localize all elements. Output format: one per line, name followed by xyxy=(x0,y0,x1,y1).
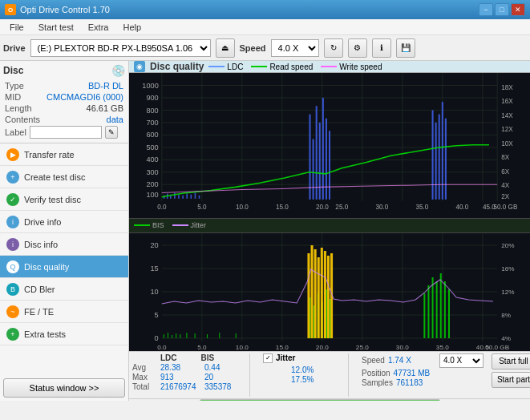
drive-select[interactable]: (E:) PLEXTOR BD-R PX-LB950SA 1.06 xyxy=(30,39,211,57)
menu-help[interactable]: Help xyxy=(116,21,148,34)
svg-text:15.0: 15.0 xyxy=(276,344,289,351)
disc-mid-label: MID xyxy=(5,92,21,102)
status-text: Test completed xyxy=(132,400,196,401)
svg-rect-124 xyxy=(432,277,434,338)
sidebar-item-transfer-rate[interactable]: ▶ Transfer rate xyxy=(0,143,128,166)
menu-file[interactable]: File xyxy=(3,21,30,34)
disc-type-value: BD-R DL xyxy=(88,81,123,91)
sidebar-item-verify-test-disc[interactable]: ✓ Verify test disc xyxy=(0,188,128,211)
svg-text:8%: 8% xyxy=(501,312,511,319)
samples-value: 761183 xyxy=(396,378,444,387)
svg-rect-106 xyxy=(164,334,164,338)
svg-text:10.0: 10.0 xyxy=(236,344,249,351)
svg-text:8X: 8X xyxy=(501,154,509,161)
drive-label: Drive xyxy=(3,43,26,53)
sidebar-item-disc-info[interactable]: i Disc info xyxy=(0,233,128,256)
samples-label: Samples xyxy=(362,378,393,387)
speed-select[interactable]: 4.0 X xyxy=(271,39,319,57)
svg-text:800: 800 xyxy=(146,106,158,114)
svg-text:25.0: 25.0 xyxy=(335,204,348,211)
sidebar-item-fe-te[interactable]: ~ FE / TE xyxy=(0,301,128,323)
eject-button[interactable]: ⏏ xyxy=(216,38,235,58)
legend-read-speed-label: Read speed xyxy=(269,63,313,71)
svg-text:600: 600 xyxy=(146,131,158,139)
menu-extra[interactable]: Extra xyxy=(82,21,115,34)
status-bar: Test completed 100.0% 66:21 xyxy=(129,398,530,401)
svg-rect-53 xyxy=(174,193,176,199)
legend-ldc-label: LDC xyxy=(227,63,243,71)
start-part-button[interactable]: Start part xyxy=(492,372,530,388)
disc-length-row: Length 46.61 GB xyxy=(3,103,125,114)
status-window-button[interactable]: Status window >> xyxy=(3,378,125,398)
svg-text:10X: 10X xyxy=(501,140,513,147)
disc-icon: 💿 xyxy=(111,64,125,77)
jitter-max: 17.5% xyxy=(291,375,335,384)
sidebar-item-drive-info[interactable]: i Drive info xyxy=(0,211,128,233)
save-button[interactable]: 💾 xyxy=(396,38,415,58)
svg-text:0.0: 0.0 xyxy=(157,344,167,351)
svg-rect-127 xyxy=(444,281,446,338)
svg-rect-132 xyxy=(318,257,320,338)
disc-info-label: Disc info xyxy=(24,240,58,249)
jitter-checkbox[interactable]: ✓ xyxy=(263,353,273,363)
disc-contents-value: data xyxy=(107,115,123,124)
jitter-header: Jitter xyxy=(276,353,295,362)
svg-text:12%: 12% xyxy=(501,289,514,296)
svg-rect-109 xyxy=(176,333,176,338)
quality-speed-select[interactable]: 4.0 X xyxy=(439,353,483,368)
svg-rect-108 xyxy=(172,335,172,338)
svg-rect-55 xyxy=(182,196,184,199)
svg-text:0: 0 xyxy=(155,334,159,342)
svg-rect-58 xyxy=(195,193,196,199)
svg-text:16X: 16X xyxy=(501,98,513,105)
minimize-button[interactable]: − xyxy=(479,3,493,16)
sidebar-item-extra-tests[interactable]: + Extra tests xyxy=(0,323,128,345)
max-row: Max 913 20 xyxy=(132,373,237,382)
speed-info: Speed 1.74 X 4.0 X Position 47731 MB Sam… xyxy=(362,353,483,387)
menu-start-test[interactable]: Start test xyxy=(32,21,80,34)
svg-text:35.0: 35.0 xyxy=(415,204,428,211)
transfer-rate-icon: ▶ xyxy=(6,148,19,161)
legend-bis-label: BIS xyxy=(152,221,164,229)
max-bis: 20 xyxy=(204,373,237,382)
sidebar-item-disc-quality[interactable]: Q Disc quality xyxy=(0,256,128,278)
chart-header: ◉ Disc quality LDC Read speed Write spee… xyxy=(129,61,530,73)
svg-text:30.0: 30.0 xyxy=(375,204,388,211)
svg-rect-69 xyxy=(439,115,440,200)
svg-text:14X: 14X xyxy=(501,112,513,119)
start-full-button[interactable]: Start full xyxy=(492,353,530,370)
total-bis: 335378 xyxy=(204,382,237,391)
settings-button[interactable]: ⚙ xyxy=(348,38,367,58)
disc-section: Disc 💿 Type BD-R DL MID CMCMAGDI6 (000) … xyxy=(0,61,128,143)
max-ldc: 913 xyxy=(160,373,204,382)
legend-jitter-label: Jitter xyxy=(191,221,207,229)
chart-legend: LDC Read speed Write speed xyxy=(208,63,382,71)
disc-label-button[interactable]: ✎ xyxy=(105,126,118,139)
svg-rect-62 xyxy=(316,106,318,200)
svg-text:15.0: 15.0 xyxy=(276,204,289,211)
disc-title: Disc xyxy=(3,65,23,76)
svg-text:16%: 16% xyxy=(501,265,514,273)
maximize-button[interactable]: □ xyxy=(495,3,509,16)
close-button[interactable]: ✕ xyxy=(511,3,525,16)
refresh-button[interactable]: ↻ xyxy=(324,38,343,58)
svg-rect-123 xyxy=(427,285,429,338)
disc-label-input[interactable] xyxy=(30,126,102,139)
svg-rect-111 xyxy=(186,333,187,338)
sidebar-item-create-test-disc[interactable]: + Create test disc xyxy=(0,166,128,188)
ldc-header: LDC xyxy=(160,353,177,362)
disc-contents-label: Contents xyxy=(5,115,40,124)
total-row: Total 21676974 335378 xyxy=(132,382,237,391)
fe-te-label: FE / TE xyxy=(24,307,54,317)
svg-text:35.0: 35.0 xyxy=(436,344,449,351)
disc-mid-value: CMCMAGDI6 (000) xyxy=(47,92,123,102)
verify-test-disc-icon: ✓ xyxy=(6,193,19,206)
progress-percent: 100.0% xyxy=(443,400,483,401)
progress-fill xyxy=(200,400,439,401)
info-button[interactable]: ℹ xyxy=(372,38,391,58)
svg-rect-63 xyxy=(319,123,321,200)
sidebar-item-cd-bler[interactable]: B CD Bler xyxy=(0,278,128,301)
svg-rect-56 xyxy=(186,194,188,199)
avg-ldc: 28.38 xyxy=(160,363,204,372)
bis-header: BIS xyxy=(201,353,215,362)
